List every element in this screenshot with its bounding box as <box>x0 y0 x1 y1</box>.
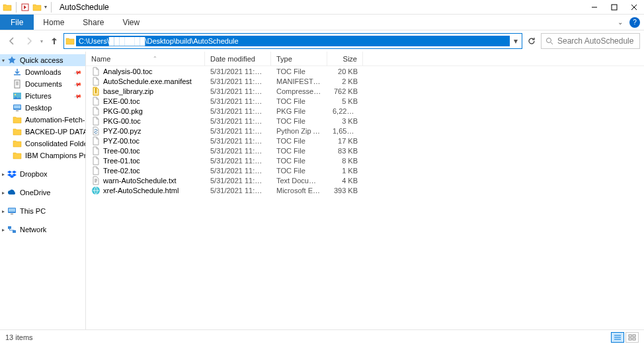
address-bar[interactable]: C:\Users\███████\Desktop\build\AutoSched… <box>63 33 522 49</box>
chevron-right-icon: ▸ <box>0 227 7 233</box>
sort-ascending-icon: ⌃ <box>110 56 199 62</box>
folder-icon <box>12 127 22 136</box>
pin-icon: 📌 <box>73 67 82 76</box>
file-row[interactable]: base_library.zip5/31/2021 11:17 PMCompre… <box>86 86 644 96</box>
file-tab[interactable]: File <box>0 15 34 30</box>
file-date: 5/31/2021 11:17 PM <box>205 107 271 115</box>
file-type: TOC File <box>271 167 327 175</box>
nav-item-backed-up-data[interactable]: BACKED-UP DATA <box>0 126 85 138</box>
view-tab[interactable]: View <box>113 15 149 30</box>
home-tab[interactable]: Home <box>34 15 73 30</box>
svg-rect-7 <box>15 80 20 88</box>
back-button[interactable] <box>4 33 20 49</box>
file-date: 5/31/2021 11:17 PM <box>205 177 271 185</box>
file-row[interactable]: Tree-02.toc5/31/2021 11:17 PMTOC File1 K… <box>86 165 644 175</box>
name-column-header[interactable]: Name⌃ <box>86 52 205 65</box>
address-path[interactable]: C:\Users\███████\Desktop\build\AutoSched… <box>76 36 510 46</box>
file-icon <box>91 67 101 76</box>
expand-ribbon-icon[interactable]: ⌄ <box>618 19 623 26</box>
nav-item-ibm-champions-pro[interactable]: IBM Champions Pro <box>0 150 85 161</box>
nav-item-downloads[interactable]: Downloads📌 <box>0 66 85 78</box>
file-date: 5/31/2021 11:17 PM <box>205 137 271 145</box>
refresh-button[interactable] <box>524 33 540 49</box>
file-size: 1,652 KB <box>327 127 363 135</box>
nav-item-label: Consolidated Folde <box>25 140 85 148</box>
onedrive-label: OneDrive <box>20 189 50 196</box>
nav-item-pictures[interactable]: Pictures📌 <box>0 90 85 102</box>
minimize-button[interactable] <box>584 0 604 15</box>
file-size: 1 KB <box>327 167 363 175</box>
file-row[interactable]: PKG-00.pkg5/31/2021 11:17 PMPKG File6,22… <box>86 106 644 116</box>
properties-icon[interactable] <box>20 3 30 12</box>
type-column-header[interactable]: Type <box>271 52 327 65</box>
file-size: 20 KB <box>327 67 363 75</box>
network-item[interactable]: ▸ Network <box>0 224 85 236</box>
file-row[interactable]: Analysis-00.toc5/31/2021 11:17 PMTOC Fil… <box>86 66 644 76</box>
svg-rect-31 <box>629 338 631 340</box>
separator <box>51 2 52 13</box>
maximize-button[interactable] <box>604 0 624 15</box>
forward-button[interactable] <box>21 33 37 49</box>
close-button[interactable] <box>624 0 644 15</box>
up-button[interactable] <box>46 33 62 49</box>
onedrive-item[interactable]: ▸ OneDrive <box>0 187 85 198</box>
search-box[interactable]: Search AutoSchedule <box>541 33 640 49</box>
folder-icon <box>3 3 12 12</box>
file-size: 2 KB <box>327 77 363 85</box>
svg-rect-18 <box>11 214 13 214</box>
file-row[interactable]: PYZ-00.pyz5/31/2021 11:17 PMPython Zip A… <box>86 126 644 136</box>
file-size: 8 KB <box>327 157 363 165</box>
file-size: 83 KB <box>327 147 363 155</box>
qat-dropdown-icon[interactable]: ▾ <box>44 4 47 10</box>
file-row[interactable]: warn-AutoSchedule.txt5/31/2021 11:17 PMT… <box>86 175 644 185</box>
file-size: 17 KB <box>327 137 363 145</box>
help-button[interactable]: ? <box>629 17 640 28</box>
nav-item-automation-fetch-[interactable]: Automation-Fetch- <box>0 114 85 126</box>
file-row[interactable]: Tree-00.toc5/31/2021 11:17 PMTOC File83 … <box>86 146 644 155</box>
file-row[interactable]: PKG-00.toc5/31/2021 11:17 PMTOC File3 KB <box>86 116 644 126</box>
file-type: TOC File <box>271 147 327 155</box>
details-view-button[interactable] <box>611 332 624 343</box>
file-type: TOC File <box>271 117 327 125</box>
nav-item-documents[interactable]: Documents📌 <box>0 78 85 90</box>
this-pc-label: This PC <box>20 207 46 215</box>
dropbox-icon <box>7 169 17 179</box>
dropbox-item[interactable]: ▸ Dropbox <box>0 168 85 180</box>
quick-access-label: Quick access <box>20 56 63 64</box>
folder-icon[interactable] <box>32 3 42 12</box>
nav-item-consolidated-folde[interactable]: Consolidated Folde <box>0 138 85 150</box>
file-name: warn-AutoSchedule.txt <box>103 177 177 185</box>
this-pc-item[interactable]: ▸ This PC <box>0 205 85 217</box>
svg-rect-20 <box>13 230 16 233</box>
thumbnails-view-button[interactable] <box>625 332 639 343</box>
history-dropdown-icon[interactable]: ▾ <box>38 38 45 44</box>
search-placeholder: Search AutoSchedule <box>557 36 633 46</box>
file-list[interactable]: Analysis-00.toc5/31/2021 11:17 PMTOC Fil… <box>86 66 644 329</box>
file-row[interactable]: Tree-01.toc5/31/2021 11:17 PMTOC File8 K… <box>86 155 644 165</box>
chevron-down-icon: ▾ <box>0 58 7 64</box>
file-name: PYZ-00.toc <box>103 137 140 145</box>
file-icon <box>91 146 101 155</box>
size-column-header[interactable]: Size <box>327 52 363 65</box>
file-icon <box>91 166 101 175</box>
address-dropdown-icon[interactable]: ▾ <box>510 36 522 46</box>
file-row[interactable]: xref-AutoSchedule.html5/31/2021 11:17 PM… <box>86 185 644 195</box>
file-icon <box>91 186 101 195</box>
file-date: 5/31/2021 11:17 PM <box>205 97 271 105</box>
quick-access-header[interactable]: ▾ Quick access <box>0 54 85 66</box>
file-row[interactable]: EXE-00.toc5/31/2021 11:17 PMTOC File5 KB <box>86 96 644 106</box>
date-column-header[interactable]: Date modified <box>205 52 271 65</box>
file-row[interactable]: PYZ-00.toc5/31/2021 11:17 PMTOC File17 K… <box>86 136 644 146</box>
file-name: Analysis-00.toc <box>103 67 153 75</box>
file-row[interactable]: AutoSchedule.exe.manifest5/31/2021 11:17… <box>86 76 644 86</box>
nav-item-desktop[interactable]: Desktop <box>0 102 85 114</box>
share-tab[interactable]: Share <box>73 15 113 30</box>
file-size: 3 KB <box>327 117 363 125</box>
svg-line-6 <box>551 42 553 44</box>
file-name: EXE-00.toc <box>103 97 140 105</box>
status-bar: 13 items <box>0 329 644 344</box>
file-date: 5/31/2021 11:17 PM <box>205 187 271 194</box>
file-date: 5/31/2021 11:17 PM <box>205 147 271 155</box>
column-headers: Name⌃ Date modified Type Size <box>86 52 644 66</box>
file-size: 6,225 KB <box>327 107 363 115</box>
